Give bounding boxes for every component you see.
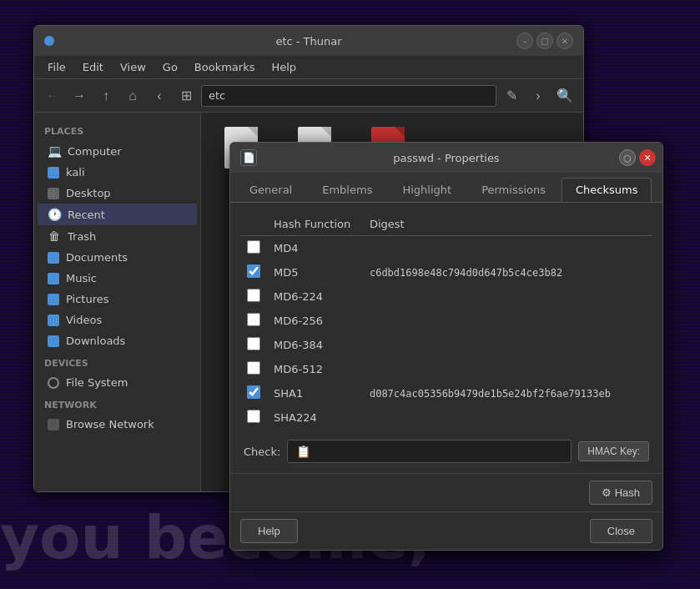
- menu-edit[interactable]: Edit: [76, 59, 110, 75]
- digest-md6-224: [363, 284, 652, 309]
- tab-emblems[interactable]: Emblems: [308, 178, 386, 202]
- hmac-key-button[interactable]: HMAC Key:: [578, 441, 649, 461]
- checkbox-cell[interactable]: [240, 333, 267, 357]
- edit-button[interactable]: ✎: [500, 84, 523, 108]
- sidebar-item-recent[interactable]: 🕐 Recent: [38, 204, 197, 225]
- trash-icon: 🗑: [48, 229, 61, 243]
- table-row: SHA224: [240, 405, 652, 430]
- up-button[interactable]: ↑: [94, 84, 118, 108]
- menu-help[interactable]: Help: [264, 59, 303, 75]
- hash-button[interactable]: ⚙ Hash: [589, 481, 652, 505]
- sidebar-item-downloads[interactable]: Downloads: [38, 330, 197, 351]
- sidebar-item-kali[interactable]: kali: [38, 162, 197, 183]
- documents-icon: [48, 252, 59, 264]
- window-dot-blue: [44, 36, 54, 46]
- close-dialog-button[interactable]: Close: [590, 519, 652, 543]
- checkbox-md5[interactable]: [247, 264, 260, 278]
- checkbox-cell[interactable]: [240, 357, 267, 381]
- recent-icon: 🕐: [48, 208, 61, 221]
- col-digest-header: Digest: [363, 213, 652, 236]
- dialog-title-file-icon: 📄: [240, 149, 257, 166]
- sidebar-item-desktop[interactable]: Desktop: [38, 183, 197, 204]
- checkbox-cell[interactable]: [240, 260, 267, 284]
- checksums-scroll-area[interactable]: Hash Function Digest MD4MD5c6dbd1698e48c…: [240, 213, 652, 430]
- clipboard-button[interactable]: 📋: [293, 441, 313, 461]
- prev-button[interactable]: ‹: [148, 84, 171, 108]
- network-icon: [48, 419, 59, 430]
- thunar-window-title: etc - Thunar: [275, 35, 341, 48]
- sidebar-item-documents[interactable]: Documents: [38, 247, 197, 268]
- checkbox-sha224[interactable]: [247, 410, 260, 423]
- downloads-icon: [48, 335, 59, 347]
- sidebar-item-videos-label: Videos: [66, 314, 102, 326]
- hash-label-sha224: SHA224: [267, 405, 363, 430]
- sidebar-item-music[interactable]: Music: [38, 268, 197, 289]
- minimize-button[interactable]: –: [516, 33, 533, 49]
- tab-checksums[interactable]: Checksums: [562, 178, 652, 202]
- home-button[interactable]: ⌂: [121, 84, 144, 108]
- check-row: Check: 📋 HMAC Key:: [240, 440, 652, 463]
- dialog-close-button[interactable]: ✕: [639, 149, 656, 166]
- dialog-tabs: General Emblems Highlight Permissions Ch…: [230, 173, 662, 203]
- dialog-circle-btn[interactable]: ○: [619, 149, 636, 166]
- window-controls: [44, 36, 54, 46]
- checkbox-sha1[interactable]: [247, 385, 260, 399]
- checkbox-md6-512[interactable]: [247, 361, 260, 375]
- hash-label-md6-256: MD6-256: [267, 309, 363, 333]
- search-button[interactable]: 🔍: [553, 84, 577, 108]
- sidebar-item-trash-label: Trash: [68, 230, 96, 243]
- desktop-icon: [48, 188, 59, 199]
- location-button[interactable]: ⊞: [174, 84, 198, 108]
- checkbox-md6-224[interactable]: [247, 289, 260, 302]
- menu-go[interactable]: Go: [156, 59, 184, 75]
- table-row: MD6-256: [240, 309, 652, 333]
- digest-md4: [363, 236, 652, 261]
- address-bar[interactable]: etc: [201, 85, 496, 107]
- menu-file[interactable]: File: [41, 59, 73, 75]
- col-hash-header: Hash Function: [267, 213, 363, 236]
- close-button[interactable]: ✕: [556, 33, 573, 49]
- digest-md5: c6dbd1698e48c794d0d647b5c4ce3b82: [363, 260, 652, 284]
- tab-permissions[interactable]: Permissions: [467, 178, 560, 202]
- sidebar-item-recent-label: Recent: [68, 209, 105, 221]
- checkbox-cell[interactable]: [240, 309, 267, 333]
- check-input-area: 📋: [287, 440, 572, 463]
- sidebar-item-desktop-label: Desktop: [66, 187, 111, 199]
- checkbox-md6-256[interactable]: [247, 313, 260, 326]
- sidebar-item-filesystem[interactable]: File System: [38, 372, 197, 393]
- sidebar-item-browse-network-label: Browse Network: [66, 418, 154, 430]
- checkbox-cell[interactable]: [240, 381, 267, 405]
- next-button[interactable]: ›: [526, 84, 550, 108]
- digest-sha224: [363, 405, 652, 430]
- hash-label-md6-384: MD6-384: [267, 333, 363, 357]
- hash-label-md6-512: MD6-512: [267, 357, 363, 381]
- sidebar-item-computer[interactable]: 💻 Computer: [38, 140, 197, 162]
- sidebar-item-trash[interactable]: 🗑 Trash: [38, 225, 197, 247]
- sidebar-item-pictures[interactable]: Pictures: [38, 289, 197, 310]
- checkbox-md4[interactable]: [247, 240, 260, 254]
- checkbox-cell[interactable]: [240, 284, 267, 309]
- digest-md6-512: [363, 357, 652, 381]
- menu-bookmarks[interactable]: Bookmarks: [188, 59, 262, 75]
- forward-button[interactable]: →: [68, 84, 91, 108]
- sidebar-item-kali-label: kali: [66, 166, 85, 179]
- table-row: MD4: [240, 236, 652, 261]
- back-button[interactable]: ←: [41, 84, 64, 108]
- hash-label-md5: MD5: [267, 260, 363, 284]
- maximize-button[interactable]: □: [536, 33, 553, 49]
- sidebar-item-browse-network[interactable]: Browse Network: [38, 414, 197, 435]
- tab-general[interactable]: General: [235, 178, 306, 202]
- network-section-label: Network: [34, 393, 200, 414]
- music-icon: [48, 273, 59, 284]
- sidebar-item-videos[interactable]: Videos: [38, 310, 197, 330]
- menu-view[interactable]: View: [113, 59, 153, 75]
- checkbox-cell[interactable]: [240, 405, 267, 430]
- checkbox-cell[interactable]: [240, 236, 267, 261]
- checksums-table: Hash Function Digest MD4MD5c6dbd1698e48c…: [240, 213, 652, 430]
- dialog-action-footer: Help Close: [230, 511, 662, 550]
- dialog-body: Hash Function Digest MD4MD5c6dbd1698e48c…: [230, 203, 662, 473]
- checkbox-md6-384[interactable]: [247, 337, 260, 350]
- help-button[interactable]: Help: [240, 519, 298, 543]
- digest-md6-256: [363, 309, 652, 333]
- tab-highlight[interactable]: Highlight: [388, 178, 466, 202]
